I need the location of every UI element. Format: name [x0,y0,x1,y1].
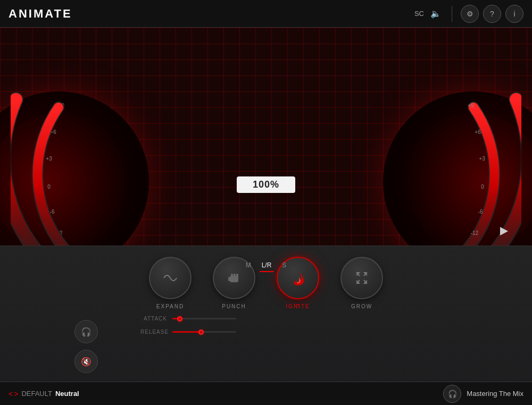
footer: < > DEFAULT Neutral 🎧 Mastering The Mix [0,382,532,405]
attack-row: ATTACK [140,316,236,322]
prev-preset[interactable]: < [9,390,13,398]
svg-rect-22 [231,274,233,277]
tab-s[interactable]: S [280,260,288,270]
info-button[interactable]: i [505,5,523,23]
main-area: +9 +6 +3 0 -6 -12 -18 -30 INPUT FILTER [0,28,532,405]
monitoring-controls: 🎧 🔇 [74,316,98,373]
app-title: ANIMATE [9,7,72,21]
help-button[interactable]: ? [483,5,501,23]
percent-display: 100% [237,176,295,193]
brand-name: Mastering The Mix [467,390,523,398]
svg-rect-23 [234,274,236,277]
channel-tabs: M L/R S [244,260,289,270]
svg-text:+6: +6 [475,129,481,135]
svg-text:+3: +3 [46,156,52,162]
settings-button[interactable]: ⚙ [461,5,479,23]
release-label: RELEASE [140,329,167,335]
preset-section: < > DEFAULT Neutral [9,390,79,398]
tab-m[interactable]: M [244,260,253,270]
svg-text:0: 0 [481,184,484,190]
headphone-button[interactable]: 🎧 [74,320,98,343]
brand-section: 🎧 Mastering The Mix [443,385,523,403]
attack-slider[interactable] [172,318,236,319]
expand-button[interactable]: EXPAND [149,257,192,309]
preset-name: Neutral [55,390,79,398]
next-preset[interactable]: > [14,390,18,398]
release-row: RELEASE [140,329,236,335]
svg-text:0: 0 [47,184,51,190]
right-vu-section: +9 +6 +3 0 -6 -12 -18 -30 THRESHOLD OUTP… [330,57,521,269]
release-slider[interactable] [172,331,236,333]
sliders-section: ATTACK RELEASE [140,316,236,335]
speaker-icon[interactable]: 🔈 [430,9,441,19]
chevron-icon: ⌃ [295,302,301,311]
grow-circle [340,257,383,299]
left-vu-section: +9 +6 +3 0 -6 -12 -18 -30 INPUT FILTER [11,57,202,269]
expand-circle [149,257,192,299]
svg-rect-25 [228,277,230,281]
svg-text:-12: -12 [471,230,479,236]
grow-label: GROW [351,303,372,309]
top-bar: ANIMATE SC 🔈 ⚙ ? i [0,0,532,28]
grow-button[interactable]: GROW [340,257,383,309]
top-bar-right: SC 🔈 ⚙ ? i [414,5,523,23]
preset-nav[interactable]: < > [9,390,18,398]
punch-label: PUNCH [222,303,246,309]
svg-text:-6: -6 [478,209,483,215]
brand-logo: 🎧 [443,385,461,403]
attack-label: ATTACK [140,316,167,322]
svg-text:+3: +3 [479,156,485,162]
svg-rect-24 [236,274,238,277]
tab-lr[interactable]: L/R [260,260,274,270]
expand-label: EXPAND [156,303,184,309]
preset-category: DEFAULT [21,390,52,398]
mute-button[interactable]: 🔇 [74,350,98,373]
svg-text:+9: +9 [468,103,474,108]
divider [452,6,452,22]
sc-label[interactable]: SC [414,10,424,18]
